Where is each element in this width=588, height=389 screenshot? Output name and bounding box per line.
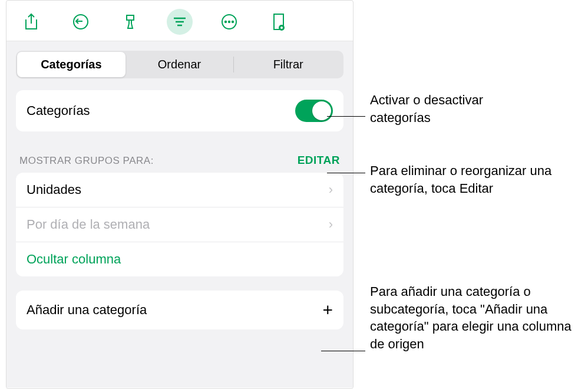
tab-sort[interactable]: Ordenar	[125, 52, 234, 77]
groups-section-header: MOSTRAR GRUPOS PARA: EDITAR	[16, 141, 343, 173]
add-category-card: Añadir una categoría +	[16, 291, 343, 329]
edit-button[interactable]: EDITAR	[298, 154, 340, 167]
segmented-control: Categorías Ordenar Filtrar	[16, 51, 343, 78]
chevron-right-icon: ›	[329, 217, 333, 232]
chevron-right-icon: ›	[329, 182, 333, 197]
callout-edit: Para eliminar o reorganizar una categorí…	[370, 162, 582, 197]
plus-icon: +	[322, 300, 333, 320]
categories-toggle-card: Categorías	[16, 90, 343, 131]
organize-panel: Categorías Ordenar Filtrar Categorías MO…	[6, 0, 354, 389]
groups-header-label: MOSTRAR GRUPOS PARA:	[19, 155, 154, 167]
group-row-unidades[interactable]: Unidades ›	[16, 173, 343, 207]
svg-point-2	[225, 21, 226, 22]
toolbar	[6, 1, 353, 41]
categories-toggle-row: Categorías	[16, 90, 343, 131]
tab-categories[interactable]: Categorías	[17, 52, 125, 77]
share-icon[interactable]	[18, 9, 44, 35]
toggle-knob	[312, 101, 331, 120]
callout-add: Para añadir una categoría o subcategoría…	[370, 283, 582, 353]
categories-toggle[interactable]	[295, 100, 333, 122]
tab-filter[interactable]: Filtrar	[234, 52, 342, 77]
svg-point-6	[280, 27, 283, 29]
format-brush-icon[interactable]	[117, 9, 143, 35]
callout-toggle: Activar o desactivar categorías	[370, 91, 535, 126]
note-preview-icon[interactable]	[266, 9, 292, 35]
categories-label: Categorías	[27, 103, 90, 118]
svg-point-4	[232, 21, 233, 22]
hide-column-label: Ocultar columna	[27, 252, 121, 267]
organize-icon[interactable]	[167, 9, 193, 35]
svg-point-3	[229, 21, 230, 22]
add-category-button[interactable]: Añadir una categoría +	[16, 291, 343, 329]
group-row-weekday[interactable]: Por día de la semana ›	[16, 207, 343, 242]
add-category-label: Añadir una categoría	[27, 302, 147, 318]
undo-icon[interactable]	[68, 9, 94, 35]
groups-card: Unidades › Por día de la semana › Oculta…	[16, 173, 343, 276]
more-icon[interactable]	[216, 9, 242, 35]
group-row-label: Unidades	[27, 182, 81, 197]
hide-column-button[interactable]: Ocultar columna	[16, 242, 343, 276]
group-row-label: Por día de la semana	[27, 217, 150, 232]
panel-body: Categorías Ordenar Filtrar Categorías MO…	[6, 41, 353, 388]
